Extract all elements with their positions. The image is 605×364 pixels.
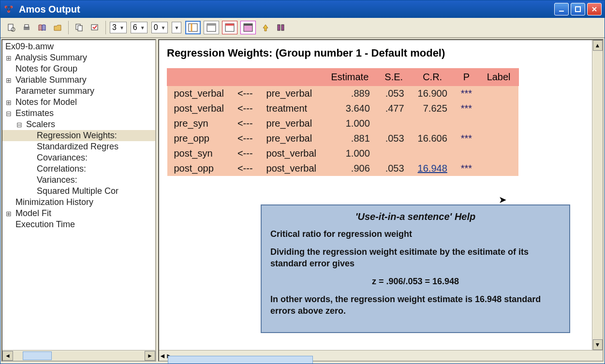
cell-from: pre_verbal — [260, 116, 323, 131]
expand-icon[interactable]: ⊞ — [5, 99, 12, 106]
copy-button[interactable] — [73, 21, 86, 34]
tree-item[interactable]: Notes for Group — [2, 63, 155, 74]
svg-line-5 — [9, 7, 12, 11]
tree-file[interactable]: Ex09-b.amw — [2, 41, 155, 52]
svg-line-4 — [6, 7, 9, 11]
view-split-button[interactable] — [185, 21, 201, 34]
column-header: S.E. — [377, 69, 411, 86]
dropdown-arrow-icon: ▼ — [140, 25, 145, 30]
tree-hscrollbar[interactable]: ◄ ► — [2, 350, 155, 361]
toolbar-separator — [68, 21, 69, 34]
collapse-icon[interactable]: ⊟ — [5, 110, 12, 117]
select-value: 0 — [154, 23, 158, 32]
tree-item[interactable]: Execution Time — [2, 219, 155, 230]
scroll-up-button[interactable]: ▲ — [593, 40, 603, 51]
tree-item[interactable]: ⊞ Notes for Model — [2, 97, 155, 108]
book-button[interactable] — [35, 21, 49, 34]
table-row: post_verbal<---treatment3.640.4777.625**… — [167, 101, 519, 116]
tree-item[interactable]: ⊟ Scalers — [2, 119, 155, 130]
tree-item[interactable]: ⊞ Variable Summary — [2, 74, 155, 86]
decimals-select-3[interactable]: 0▼ — [151, 22, 168, 33]
cell-se — [377, 116, 411, 131]
content-pane: Regression Weights: (Group number 1 - De… — [158, 39, 604, 362]
collapse-icon[interactable]: ⊟ — [16, 121, 23, 129]
scroll-thumb[interactable] — [23, 351, 52, 360]
tree-item[interactable]: Squared Multiple Cor — [2, 186, 155, 197]
cell-cr[interactable]: 16.948 — [411, 161, 454, 176]
column-header: C.R. — [411, 69, 454, 86]
cell-se — [377, 146, 411, 161]
table-row: pre_opp<---pre_verbal.881.05316.606*** — [167, 131, 519, 146]
cell-arrow: <--- — [231, 131, 260, 146]
svg-rect-16 — [91, 25, 98, 30]
cell-arrow: <--- — [231, 86, 260, 102]
expand-icon[interactable]: ⊞ — [5, 76, 12, 84]
columns-button[interactable] — [274, 21, 288, 34]
scroll-right-button[interactable]: ► — [145, 351, 155, 361]
view-pink-button[interactable] — [240, 21, 256, 34]
svg-rect-15 — [78, 26, 82, 31]
column-header — [167, 69, 231, 86]
cell-to: post_verbal — [167, 86, 231, 102]
tree-item[interactable]: Minimization History — [2, 197, 155, 208]
svg-rect-20 — [207, 24, 216, 26]
tree-item[interactable]: Regression Weights: — [2, 130, 155, 141]
cell-estimate: .881 — [323, 131, 377, 146]
svg-rect-10 — [8, 24, 13, 30]
view-red-button[interactable] — [222, 21, 237, 34]
toolbar-separator — [105, 21, 106, 34]
tree-item[interactable]: Parameter summary — [2, 86, 155, 97]
view-single-button[interactable] — [204, 21, 219, 34]
scroll-track[interactable] — [13, 351, 145, 360]
decimals-select-2[interactable]: 6▼ — [131, 22, 148, 33]
tree-item[interactable]: Covariances: — [2, 152, 155, 163]
toolbar: 3▼ 6▼ 0▼ ▼ — [0, 18, 605, 38]
expand-icon[interactable]: ⊞ — [5, 210, 12, 218]
cell-cr — [411, 116, 454, 131]
dropdown-arrow-icon: ▼ — [119, 25, 124, 30]
blank-select[interactable]: ▼ — [172, 22, 181, 33]
navigation-tree[interactable]: Ex09-b.amw⊞ Analysis Summary Notes for G… — [2, 40, 155, 350]
close-button[interactable] — [587, 3, 602, 15]
preview-button[interactable] — [4, 21, 18, 34]
tree-item[interactable]: ⊞ Analysis Summary — [2, 52, 155, 63]
scroll-track[interactable] — [593, 51, 602, 339]
up-arrow-button[interactable] — [259, 21, 272, 34]
tree-item[interactable]: Variances: — [2, 175, 155, 186]
content-vscrollbar[interactable]: ▲ ▼ — [592, 40, 603, 350]
tree-item-label: Estimates — [13, 108, 54, 118]
cell-from: post_verbal — [260, 161, 323, 176]
window-controls — [554, 3, 602, 15]
print-button[interactable] — [20, 21, 33, 34]
cell-se: .053 — [377, 131, 411, 146]
tree-item-label: Squared Multiple Cor — [34, 186, 118, 196]
table-row: pre_syn<---pre_verbal1.000 — [167, 116, 519, 131]
svg-rect-13 — [25, 25, 29, 27]
cell-estimate: 1.000 — [323, 116, 377, 131]
tree-item[interactable]: ⊟ Estimates — [2, 108, 155, 119]
tree-item[interactable]: Correlations: — [2, 163, 155, 175]
cell-p: *** — [454, 86, 479, 102]
scroll-down-button[interactable]: ▼ — [593, 339, 603, 350]
scroll-left-button[interactable]: ◄ — [2, 351, 13, 361]
scroll-left-button[interactable]: ◄ — [159, 352, 166, 360]
tree-item[interactable]: ⊞ Model Fit — [2, 208, 155, 219]
dropdown-arrow-icon: ▼ — [161, 25, 166, 30]
cell-from: pre_verbal — [260, 131, 323, 146]
app-icon — [3, 4, 14, 15]
scroll-thumb[interactable] — [168, 356, 313, 364]
cell-arrow: <--- — [231, 116, 260, 131]
column-header — [260, 69, 323, 86]
tree-item[interactable]: Standardized Regres — [2, 141, 155, 152]
tree-item-label: Parameter summary — [13, 86, 94, 96]
column-header: Label — [479, 69, 518, 86]
tooltip-paragraph: In other words, the regression weight es… — [270, 293, 561, 317]
expand-icon[interactable]: ⊞ — [5, 54, 12, 62]
options-button[interactable] — [88, 21, 102, 34]
minimize-button[interactable] — [554, 3, 569, 15]
regression-table: EstimateS.E.C.R.PLabel post_verbal<---pr… — [167, 68, 519, 176]
maximize-button[interactable] — [571, 3, 585, 15]
open-button[interactable] — [51, 21, 64, 34]
decimals-select-1[interactable]: 3▼ — [110, 22, 127, 33]
content-hscrollbar[interactable]: ◄ ► — [159, 350, 603, 361]
